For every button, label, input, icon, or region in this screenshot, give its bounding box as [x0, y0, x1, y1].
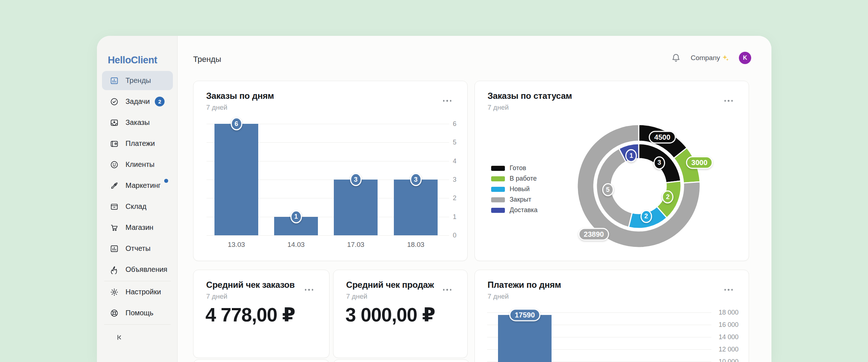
sidebar-item-trends[interactable]: Тренды — [102, 71, 173, 90]
sidebar-item-label: Помощь — [125, 309, 153, 317]
sidebar-divider — [104, 281, 171, 281]
main-area: Тренды Company K Заказы по дням 7 дней 0… — [178, 36, 771, 362]
app-window: HelloClient ТрендыЗадачи2ЗаказыПлатежиКл… — [97, 36, 771, 362]
sidebar-item-label: Клиенты — [125, 160, 154, 169]
bar-value-badge: 3 — [410, 173, 422, 186]
sidebar-item-label: Склад — [125, 202, 146, 211]
sidebar-item-payments[interactable]: Платежи — [102, 134, 173, 153]
bar — [394, 180, 438, 235]
orders-bar-chart: 0123456613.03114.03317.03318.03 — [193, 81, 467, 261]
sidebar-item-settings[interactable]: Настройки — [102, 282, 173, 302]
sparkles-icon — [722, 54, 729, 62]
card-payments-by-day: Платежи по дням 7 дней 18 00016 00014 00… — [475, 270, 749, 362]
card-avg-sale-value: Средний чек продаж 7 дней 3 000,00 ₽ — [333, 270, 468, 358]
app-logo: HelloClient — [108, 55, 157, 66]
sidebar-item-label: Магазин — [125, 223, 153, 232]
status-donut-chart: 450030002389032251 — [475, 81, 749, 261]
tasks-count-badge: 2 — [155, 97, 165, 106]
sidebar-item-label: Отчеты — [125, 244, 150, 253]
card-orders-by-status: Заказы по статусам 7 дней ГотовВ работеН… — [475, 81, 749, 261]
clients-icon — [110, 160, 119, 169]
y-axis-tick: 12 000 — [719, 346, 739, 353]
sidebar-item-help[interactable]: Помощь — [102, 303, 173, 323]
avg-sale-value: 3 000,00 ₽ — [345, 304, 435, 326]
bar — [334, 180, 378, 235]
y-axis-tick: 2 — [453, 194, 456, 202]
next-row-card-edge — [333, 359, 469, 362]
sidebar-item-label: Маркетинг — [125, 181, 161, 190]
notifications-bell-icon[interactable] — [671, 52, 681, 63]
collapse-sidebar-icon — [115, 333, 123, 342]
marketing-notification-dot — [164, 179, 168, 183]
warehouse-icon — [110, 202, 119, 211]
donut-count-badge: 3 — [654, 156, 665, 169]
bar-value-badge: 6 — [231, 117, 242, 130]
y-axis-tick: 6 — [453, 120, 456, 128]
donut-outer-label: 4500 — [649, 131, 676, 143]
y-axis-tick: 1 — [453, 213, 456, 221]
trends-icon — [110, 76, 119, 85]
sidebar-item-tasks[interactable]: Задачи2 — [102, 92, 173, 111]
card-title: Средний чек продаж — [346, 280, 434, 290]
topbar-actions: Company K — [671, 52, 751, 64]
page-title: Тренды — [193, 55, 221, 64]
bar-value-badge: 1 — [290, 210, 302, 223]
sidebar-item-shop[interactable]: Магазин — [102, 218, 173, 237]
sidebar-item-warehouse[interactable]: Склад — [102, 197, 173, 216]
sidebar-item-clients[interactable]: Клиенты — [102, 155, 173, 174]
sidebar: HelloClient ТрендыЗадачи2ЗаказыПлатежиКл… — [97, 36, 178, 362]
y-axis-tick: 3 — [453, 176, 456, 184]
card-title: Средний чек заказов — [206, 280, 295, 290]
sidebar-collapse-button[interactable] — [115, 330, 131, 346]
card-subtitle: 7 дней — [346, 292, 367, 300]
help-icon — [110, 309, 119, 317]
bar — [214, 124, 258, 235]
x-axis-label: 18.03 — [387, 241, 445, 249]
tasks-icon — [110, 97, 119, 106]
card-orders-by-day: Заказы по дням 7 дней 0123456613.03114.0… — [193, 81, 468, 261]
bar-value-pill: 17590 — [509, 308, 540, 321]
sidebar-divider — [104, 324, 171, 325]
sidebar-item-marketing[interactable]: Маркетинг — [102, 176, 173, 195]
payments-icon — [110, 139, 119, 148]
gridline — [207, 235, 449, 236]
y-axis-tick: 16 000 — [719, 321, 739, 329]
sidebar-item-label: Платежи — [125, 139, 155, 148]
card-avg-order-value: Средний чек заказов 7 дней 4 778,00 ₽ — [193, 270, 329, 358]
donut-count-badge: 2 — [641, 210, 652, 223]
bar — [498, 315, 552, 362]
card-menu-button[interactable] — [303, 287, 315, 292]
sidebar-item-announcements[interactable]: Объявления — [102, 260, 173, 279]
y-axis-tick: 5 — [453, 139, 456, 146]
settings-icon — [110, 288, 119, 296]
sidebar-item-orders[interactable]: Заказы — [102, 113, 173, 132]
payments-bar-chart: 18 00016 00014 00012 00010 00017590 — [475, 270, 749, 362]
company-selector[interactable]: Company — [691, 54, 729, 62]
donut-outer-label: 23890 — [578, 228, 609, 241]
sidebar-item-reports[interactable]: Отчеты — [102, 239, 173, 258]
card-subtitle: 7 дней — [206, 292, 227, 300]
sidebar-item-label: Тренды — [125, 76, 151, 85]
y-axis-tick: 10 000 — [719, 358, 739, 362]
bar-value-badge: 3 — [350, 173, 362, 186]
sidebar-item-label: Задачи — [125, 97, 150, 106]
x-axis-label: 17.03 — [327, 241, 385, 249]
company-name: Company — [691, 54, 720, 62]
marketing-icon — [110, 181, 119, 190]
announcements-icon — [110, 265, 119, 274]
x-axis-label: 13.03 — [207, 241, 265, 249]
next-row-card-edge — [193, 359, 329, 362]
donut-outer-label: 3000 — [686, 156, 713, 169]
shop-icon — [110, 223, 119, 232]
sidebar-item-label: Настройки — [125, 288, 161, 296]
reports-icon — [110, 244, 119, 253]
y-axis-tick: 0 — [453, 232, 456, 239]
sidebar-item-label: Объявления — [125, 265, 167, 274]
card-menu-button[interactable] — [442, 287, 453, 292]
sidebar-item-label: Заказы — [125, 118, 150, 127]
x-axis-label: 14.03 — [267, 241, 325, 249]
y-axis-tick: 18 000 — [719, 309, 739, 316]
donut-count-badge: 5 — [602, 183, 614, 196]
user-avatar[interactable]: K — [739, 52, 751, 64]
orders-icon — [110, 118, 119, 127]
